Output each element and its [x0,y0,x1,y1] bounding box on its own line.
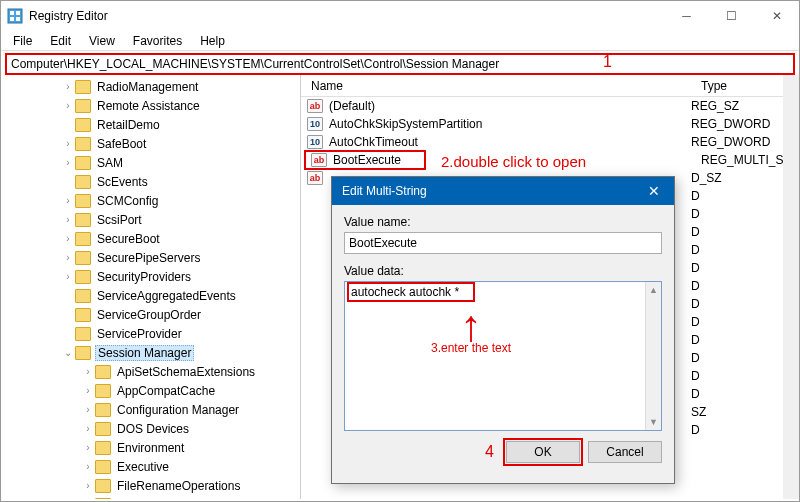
chevron-right-icon[interactable]: › [81,442,95,453]
menu-favorites[interactable]: Favorites [125,32,190,50]
chevron-right-icon[interactable]: › [81,366,95,377]
tree-item[interactable]: ›SecurityProviders [1,267,300,286]
value-type: D [691,369,700,383]
dialog-close-button[interactable]: ✕ [634,177,674,205]
tree-item[interactable]: ›ScsiPort [1,210,300,229]
tree-item[interactable]: ServiceGroupOrder [1,305,300,324]
chevron-right-icon[interactable]: › [81,461,95,472]
svg-rect-3 [10,17,14,21]
chevron-right-icon[interactable]: › [81,385,95,396]
chevron-right-icon[interactable]: › [61,100,75,111]
chevron-down-icon[interactable]: ⌄ [61,347,75,358]
value-icon [307,423,323,437]
svg-rect-4 [16,17,20,21]
value-row[interactable]: ab(Default)REG_SZ [301,97,799,115]
menu-file[interactable]: File [5,32,40,50]
folder-icon [75,80,91,94]
chevron-right-icon[interactable]: › [61,214,75,225]
value-icon [307,315,323,329]
menu-edit[interactable]: Edit [42,32,79,50]
scroll-down-icon[interactable]: ▼ [646,414,661,430]
tree-item-label: RadioManagement [95,80,200,94]
value-row[interactable]: 10AutoChkTimeoutREG_DWORD [301,133,799,151]
value-type: REG_DWORD [691,135,770,149]
tree-item[interactable]: ›SAM [1,153,300,172]
folder-icon [75,175,91,189]
registry-tree[interactable]: ›RadioManagement›Remote AssistanceRetail… [1,75,301,499]
folder-icon [75,99,91,113]
svg-rect-1 [10,11,14,15]
textarea-scrollbar[interactable]: ▲ ▼ [645,282,661,430]
tree-item-label: ServiceAggregatedEvents [95,289,238,303]
folder-icon [95,441,111,455]
value-icon [307,369,323,383]
scroll-up-icon[interactable]: ▲ [646,282,661,298]
chevron-right-icon[interactable]: › [81,404,95,415]
tree-item[interactable]: ›Environment [1,438,300,457]
value-row-highlighted[interactable]: abBootExecute [305,151,425,169]
folder-icon [75,270,91,284]
regedit-icon [7,8,23,24]
chevron-right-icon[interactable]: › [61,195,75,206]
tree-item[interactable]: ›Executive [1,457,300,476]
maximize-button[interactable]: ☐ [709,1,754,31]
tree-item[interactable]: ›RadioManagement [1,77,300,96]
tree-item-label: ServiceGroupOrder [95,308,203,322]
binary-value-icon: 10 [307,135,323,149]
tree-item[interactable]: ⌄Session Manager [1,343,300,362]
chevron-right-icon[interactable]: › [61,138,75,149]
tree-item-label: SecurityProviders [95,270,193,284]
minimize-button[interactable]: ─ [664,1,709,31]
tree-item[interactable]: ServiceProvider [1,324,300,343]
value-name-input[interactable] [344,232,662,254]
tree-item[interactable]: ›SecurePipeServers [1,248,300,267]
column-name[interactable]: Name [301,79,691,93]
tree-item[interactable]: ›Configuration Manager [1,400,300,419]
close-button[interactable]: ✕ [754,1,799,31]
value-data-textarea[interactable]: autocheck autochk * ▲ ▼ [344,281,662,431]
value-icon [307,225,323,239]
tree-item[interactable]: ›DOS Devices [1,419,300,438]
tree-item[interactable]: ›AppCompatCache [1,381,300,400]
chevron-right-icon[interactable]: › [81,480,95,491]
tree-item[interactable]: RetailDemo [1,115,300,134]
tree-item[interactable]: ›Remote Assistance [1,96,300,115]
value-icon [307,387,323,401]
list-header: Name Type [301,75,799,97]
value-name-label: Value name: [344,215,662,229]
chevron-right-icon[interactable]: › [61,271,75,282]
chevron-right-icon[interactable]: › [61,157,75,168]
value-name: (Default) [329,99,691,113]
value-row[interactable]: 10AutoChkSkipSystemPartitionREG_DWORD [301,115,799,133]
value-icon [307,243,323,257]
tree-item[interactable]: ›FileRenameOperations [1,476,300,495]
window-title: Registry Editor [29,9,664,23]
menu-help[interactable]: Help [192,32,233,50]
folder-icon [75,137,91,151]
tree-item[interactable]: ›ApiSetSchemaExtensions [1,362,300,381]
tree-item[interactable]: ›SCMConfig [1,191,300,210]
tree-item[interactable]: ServiceAggregatedEvents [1,286,300,305]
ok-button[interactable]: OK [506,441,580,463]
tree-item[interactable]: ScEvents [1,172,300,191]
value-type: D [691,315,700,329]
address-bar[interactable]: Computer\HKEY_LOCAL_MACHINE\SYSTEM\Curre… [5,53,795,75]
chevron-right-icon[interactable]: › [61,233,75,244]
chevron-right-icon[interactable]: › [81,423,95,434]
tree-item-label: ScsiPort [95,213,144,227]
menu-view[interactable]: View [81,32,123,50]
tree-item-label: SAM [95,156,125,170]
cancel-button[interactable]: Cancel [588,441,662,463]
value-icon [307,297,323,311]
tree-item[interactable]: ›I/O System [1,495,300,499]
chevron-right-icon[interactable]: › [61,81,75,92]
tree-item[interactable]: ›SafeBoot [1,134,300,153]
tree-item[interactable]: ›SecureBoot [1,229,300,248]
value-type: D [691,261,700,275]
list-scrollbar[interactable] [783,75,799,499]
column-type[interactable]: Type [691,79,791,93]
chevron-right-icon[interactable]: › [61,252,75,263]
string-value-icon: ab [307,99,323,113]
value-type: D [691,207,700,221]
dialog-titlebar[interactable]: Edit Multi-String ✕ [332,177,674,205]
